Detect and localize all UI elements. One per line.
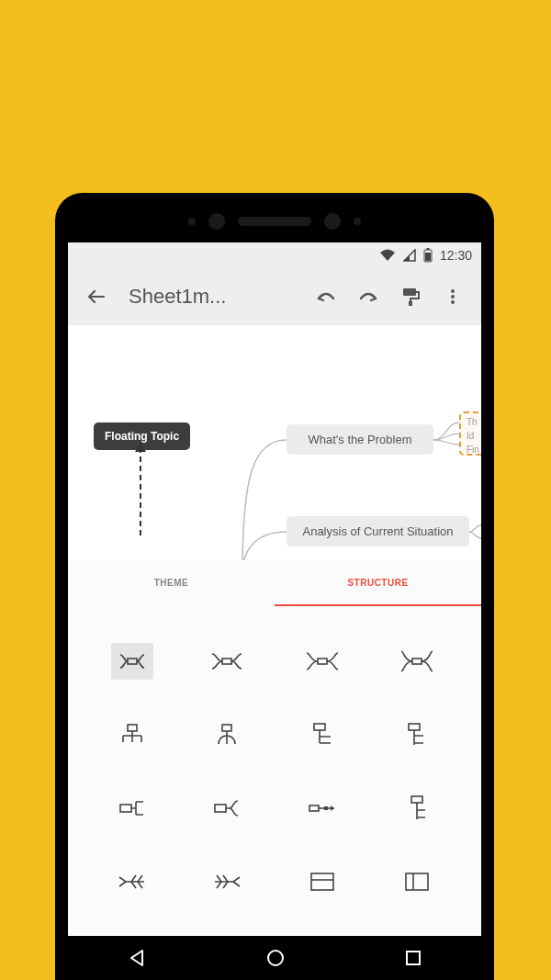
svg-rect-11 (412, 659, 422, 664)
tree-down-icon (407, 795, 427, 821)
more-button[interactable] (433, 277, 472, 316)
mindmap-spaced-icon (212, 651, 242, 671)
structure-option[interactable] (275, 772, 370, 845)
svg-rect-14 (314, 724, 325, 730)
android-nav-bar (68, 936, 481, 980)
svg-rect-10 (318, 659, 327, 664)
svg-point-23 (268, 951, 283, 965)
node-ghost[interactable]: Th Id Fin (459, 411, 481, 456)
structure-option[interactable] (180, 625, 276, 698)
tab-structure[interactable]: STRUCTURE (275, 560, 481, 606)
structure-grid (68, 606, 481, 937)
svg-rect-3 (403, 288, 416, 296)
matrix-icon (310, 873, 334, 891)
svg-rect-17 (215, 805, 226, 812)
nav-recent-button[interactable] (404, 949, 422, 967)
structure-option[interactable] (275, 625, 370, 698)
structure-option[interactable] (370, 772, 466, 845)
svg-point-7 (451, 300, 455, 304)
svg-rect-19 (324, 806, 328, 810)
cellular-icon (403, 249, 416, 262)
battery-icon (423, 248, 433, 263)
node-problem[interactable]: What's the Problem (287, 424, 433, 455)
mindmap-canvas[interactable]: Floating Topic What's the Problem Analys… (68, 325, 481, 560)
undo-button[interactable] (307, 277, 345, 316)
square-recent-icon (404, 949, 422, 967)
spreadsheet-split-icon (405, 873, 429, 891)
svg-rect-8 (128, 659, 137, 664)
svg-rect-2 (425, 253, 431, 261)
format-button[interactable] (391, 277, 430, 316)
redo-button[interactable] (349, 277, 388, 316)
svg-rect-15 (409, 724, 420, 730)
structure-option[interactable] (370, 625, 466, 698)
svg-rect-12 (128, 725, 137, 731)
circle-home-icon (265, 948, 286, 968)
wifi-icon (379, 249, 396, 262)
phone-notch (55, 208, 494, 235)
org-chart-branch-icon (214, 724, 240, 746)
logic-right-icon (119, 798, 145, 818)
nav-back-button[interactable] (127, 948, 147, 968)
svg-rect-24 (407, 952, 420, 964)
bottom-sheet: THEME STRUCTURE (68, 560, 481, 936)
status-bar: 12:30 (68, 242, 481, 268)
structure-option[interactable] (275, 845, 370, 918)
phone-frame: 12:30 Sheet1m... (55, 193, 494, 980)
mindmap-spaced-icon (307, 651, 338, 671)
ghost-text: Fin (467, 443, 481, 456)
svg-rect-4 (409, 301, 412, 306)
svg-rect-18 (309, 805, 319, 811)
app-bar: Sheet1m... (68, 268, 481, 325)
structure-option[interactable] (370, 845, 466, 918)
mindmap-classic-icon (118, 651, 146, 671)
structure-option[interactable] (84, 625, 180, 698)
svg-point-6 (451, 295, 455, 299)
timeline-right-icon (309, 802, 336, 815)
svg-rect-9 (222, 659, 231, 664)
svg-rect-22 (406, 873, 428, 890)
fishbone-left-icon (118, 873, 146, 891)
svg-rect-16 (120, 805, 131, 812)
arrow-line (140, 447, 141, 535)
mindmap-spaced-icon (401, 650, 433, 672)
svg-rect-1 (426, 248, 429, 250)
structure-option[interactable] (275, 698, 370, 772)
arrow-head-icon (135, 443, 146, 452)
fishbone-right-icon (213, 873, 241, 891)
svg-point-5 (451, 289, 455, 293)
logic-bracket-icon (214, 798, 240, 818)
more-vert-icon (444, 287, 462, 306)
tab-bar: THEME STRUCTURE (68, 560, 481, 606)
node-analysis[interactable]: Analysis of Current Situation (287, 516, 469, 546)
svg-rect-21 (311, 873, 333, 890)
svg-rect-20 (411, 796, 422, 803)
redo-icon (356, 287, 380, 306)
arrow-left-icon (85, 286, 107, 308)
tab-theme[interactable]: THEME (68, 560, 275, 606)
structure-option[interactable] (84, 845, 180, 918)
back-button[interactable] (77, 277, 116, 316)
screen: 12:30 Sheet1m... (68, 242, 481, 980)
triangle-back-icon (127, 948, 147, 968)
nav-home-button[interactable] (265, 948, 286, 968)
structure-option[interactable] (84, 772, 180, 845)
ghost-text: Th (467, 415, 481, 429)
svg-rect-13 (222, 725, 231, 731)
structure-option[interactable] (180, 845, 276, 918)
sheet-title[interactable]: Sheet1m... (119, 285, 303, 309)
org-chart-right-icon (405, 723, 429, 747)
structure-option[interactable] (370, 698, 466, 772)
structure-option[interactable] (84, 698, 180, 772)
paint-roller-icon (400, 287, 421, 307)
org-chart-right-icon (310, 723, 334, 747)
structure-option[interactable] (180, 772, 276, 845)
ghost-text: Id (467, 429, 481, 443)
structure-option[interactable] (180, 698, 276, 772)
org-chart-down-icon (119, 724, 145, 746)
clock-text: 12:30 (440, 248, 472, 263)
undo-icon (314, 287, 338, 306)
